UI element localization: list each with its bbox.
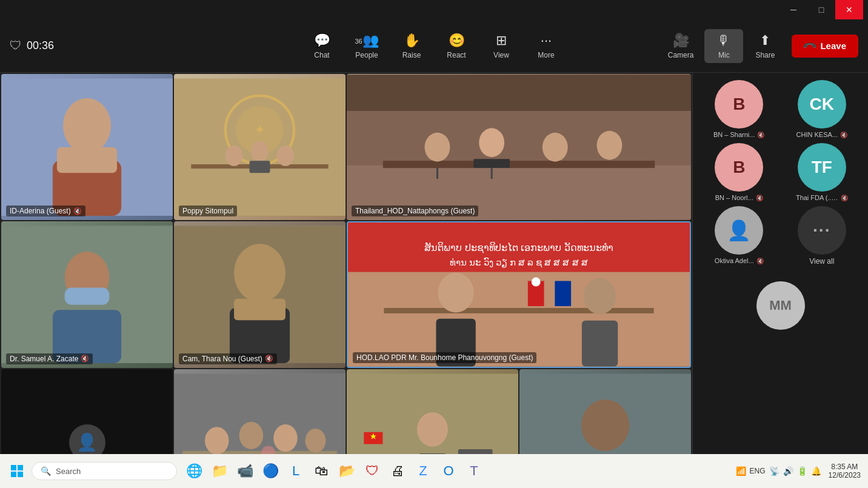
svg-text:ທ່ານ ນະ ວົງ ວຽ ກ ສ ລ ຊ ສ ສ ສ ສ: ທ່ານ ນະ ວົງ ວຽ ກ ສ ລ ຊ ສ ສ ສ ສ ສ [450,258,587,269]
svg-rect-68 [18,472,23,477]
view-label: View [493,51,509,59]
mute-icon-cam: 🔇 [265,355,273,363]
chat-button[interactable]: 💬 Chat [301,29,343,63]
toolbar-center: 💬 Chat 36👥 People ✋ Raise 😊 React ⊞ View… [222,29,646,63]
maximize-button[interactable]: □ [807,0,835,19]
avatar-oktiva: 👤 [715,206,763,255]
sidebar-participant-bn-sharni[interactable]: B BN – Sharni... 🔇 [700,80,778,138]
name-bn-sharni: BN – Sharni... 🔇 [713,131,764,138]
react-icon: 😊 [449,33,465,48]
mute-icon-chin-kesa: 🔇 [840,132,847,138]
avatar-view-all: ··· [798,206,846,255]
video-grid: ID-Aderina (Guest) 🔇 ✦ [0,73,692,488]
video-cell-aderina[interactable]: ID-Aderina (Guest) 🔇 [1,74,173,220]
sidebar-participant-grid: B BN – Sharni... 🔇 CK CHIN KESA... 🔇 B B… [700,80,861,266]
meeting-toolbar: 🛡 00:36 💬 Chat 36👥 People ✋ Raise 😊 Reac… [0,19,868,73]
raise-button[interactable]: ✋ Raise [390,29,433,63]
share-button[interactable]: ⬆ Share [746,29,784,63]
taskbar-search-bar[interactable]: 🔍 Search [32,462,177,480]
svg-rect-65 [11,465,16,470]
minimize-button[interactable]: ─ [780,0,807,19]
svg-point-18 [542,133,568,162]
mute-icon-bn-sharni: 🔇 [757,132,764,138]
taskbar-right: 📶 ENG 📡 🔊 🔋 🔔 8:35 AM 12/6/2023 [736,463,863,480]
video-cell-thailand[interactable]: Thailand_HOD_Nattaphongs (Guest) [347,74,691,220]
taskbar-clock[interactable]: 8:35 AM 12/6/2023 [826,463,863,480]
video-cell-samuel[interactable]: Dr. Samuel A. Zacate 🔇 [1,221,173,367]
svg-rect-22 [473,159,510,168]
taskbar-app-teams-purple[interactable]: 📹 [233,459,257,483]
share-icon: ⬆ [760,33,770,48]
svg-rect-43 [555,281,571,307]
more-icon: ··· [541,33,552,48]
participant-name-aderina: ID-Aderina (Guest) 🔇 [6,206,85,216]
svg-point-1 [63,98,111,153]
mute-icon-bn-noorl: 🔇 [756,195,763,201]
svg-point-63 [581,399,629,451]
clock-date: 12/6/2023 [829,471,861,480]
sidebar-participant-chin-kesa[interactable]: CK CHIN KESA... 🔇 [783,80,861,138]
taskbar-app-outlook[interactable]: O [436,459,461,483]
participants-sidebar: B BN – Sharni... 🔇 CK CHIN KESA... 🔇 B B… [692,73,868,454]
volume-icon: 🔊 [783,466,793,476]
svg-rect-3 [57,147,117,173]
taskbar-app-zoom[interactable]: Z [411,459,435,483]
chat-label: Chat [314,51,329,59]
more-button[interactable]: ··· More [525,29,567,63]
leave-button[interactable]: 📞 Leave [792,35,858,58]
sidebar-participant-oktiva[interactable]: 👤 Oktiva Adel... 🔇 [700,206,778,266]
people-button[interactable]: 36👥 People [346,29,388,63]
view-all-button[interactable]: ··· View all [783,206,861,266]
sidebar-participant-bn-noorl[interactable]: B BN – Noorl... 🔇 [700,143,778,201]
svg-text:ສັນຕິພາບ ປະຊາທິປະໄຕ ເອກະພາບ ວັ: ສັນຕິພາບ ປະຊາທິປະໄຕ ເອກະພາບ ວັດທະນະທຳ [424,242,613,254]
participant-name-poppy: Poppy Sitompul [179,206,237,216]
mic-label: Mic [718,51,730,59]
search-text: Search [56,467,81,476]
close-button[interactable]: ✕ [835,0,863,19]
network-icon: 📶 [736,466,746,476]
mic-button[interactable]: 🎙 Mic [704,29,743,63]
camera-button[interactable]: 🎥 Camera [659,29,703,63]
raise-icon: ✋ [404,33,420,48]
view-button[interactable]: ⊞ View [480,29,522,63]
taskbar-app-edge2[interactable]: 🔵 [258,459,282,483]
mute-icon-oktiva: 🔇 [756,258,764,264]
svg-point-49 [205,427,229,454]
taskbar-app-store[interactable]: 🛍 [309,459,333,483]
start-button[interactable] [5,459,29,483]
name-chin-kesa: CHIN KESA... 🔇 [796,131,847,138]
svg-point-31 [234,244,285,302]
avatar-bn-sharni: B [715,80,763,129]
taskbar-app-edge[interactable]: 🌐 [182,459,206,483]
clock-time: 8:35 AM [831,463,858,471]
svg-point-50 [239,422,264,449]
camera-label: Camera [668,51,694,59]
svg-point-9 [225,145,242,166]
react-button[interactable]: 😊 React [435,29,478,63]
svg-point-10 [251,141,268,162]
taskbar-app-mcafee[interactable]: 🛡 [360,459,384,483]
video-cell-poppy[interactable]: ✦ Poppy Sitompul [174,74,346,220]
avatar-bn-noorl: B [715,143,763,192]
systray: 📶 ENG 📡 🔊 🔋 🔔 [736,466,821,476]
taskbar-app-print[interactable]: 🖨 [386,459,410,483]
taskbar-app-explorer[interactable]: 📁 [207,459,232,483]
svg-text:✦: ✦ [254,122,265,138]
avatar-thai-fda: TF [798,143,846,192]
taskbar-app-lync[interactable]: L [284,459,308,483]
sidebar-participant-thai-fda[interactable]: TF Thai FDA (..… 🔇 [783,143,861,201]
video-cell-lao[interactable]: ສັນຕິພາບ ປະຊາທິປະໄຕ ເອກະພາບ ວັດທະນະທຳ ທ່… [347,221,691,367]
phone-icon: 📞 [802,38,818,53]
video-cell-cam[interactable]: Cam, Thara Nou (Guest) 🔇 [174,221,346,367]
taskbar-app-folder[interactable]: 📂 [335,459,359,483]
avatar-chin-kesa: CK [798,80,846,129]
search-icon: 🔍 [41,466,51,476]
svg-rect-67 [11,472,16,477]
more-label: More [538,51,554,59]
taskbar-app-teams[interactable]: T [462,459,486,483]
video-main: ID-Aderina (Guest) 🔇 ✦ [0,73,692,454]
svg-rect-33 [234,299,285,320]
leave-label: Leave [820,41,846,51]
toolbar-right: 🎥 Camera 🎙 Mic ⬆ Share 📞 Leave [646,29,858,63]
participant-name-thailand: Thailand_HOD_Nattaphongs (Guest) [352,206,478,216]
